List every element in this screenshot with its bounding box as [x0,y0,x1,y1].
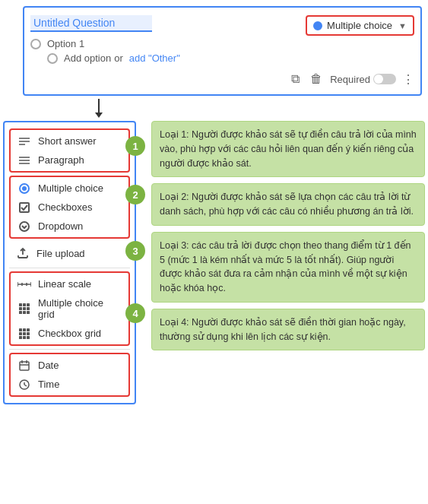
or-text: or [114,52,123,64]
toggle-switch[interactable] [373,74,396,84]
checkbox-grid-label: Checkbox grid [38,328,101,339]
type-selector[interactable]: Multiple choice ▼ [306,15,414,36]
svg-rect-27 [23,328,26,331]
delete-icon[interactable]: 🗑 [309,71,324,87]
dropdown-icon [17,221,32,232]
add-option-radio [47,53,58,64]
info-box-4: Loại 4: Người được khảo sát sẽ điền thời… [151,309,425,351]
toggle-dot [374,74,383,84]
type-short-answer[interactable]: Short answer [11,132,128,151]
divider2 [9,349,130,350]
info-box-1: Loại 1: Người được khảo sát sẽ tự điền c… [151,121,425,177]
linear-scale-label: Linear scale [38,278,91,290]
svg-rect-24 [23,311,26,314]
divider [9,268,130,268]
group4: Date Time [9,353,130,397]
svg-rect-20 [19,307,22,310]
svg-rect-32 [19,336,22,339]
type-file-upload[interactable]: File upload [9,243,130,263]
svg-rect-31 [27,332,30,335]
checkbox-grid-icon [17,328,32,339]
form-preview: Untitled Question Option 1 Add option or… [23,6,422,96]
svg-rect-34 [27,336,30,339]
group2: Multiple choice Checkboxes Dropdown [9,176,130,239]
chevron-down-icon: ▼ [398,21,407,30]
svg-rect-10 [20,203,29,212]
badge-2: 2 [125,185,145,204]
info-box-3: Loại 3: các câu trả lời được chọn theo t… [151,232,425,303]
group3: Linear scale Multiple [9,271,130,346]
svg-rect-28 [27,328,30,331]
type-multiple-choice[interactable]: Multiple choice [11,179,128,198]
info-text-4: Loại 4: Người được khảo sát sẽ điền thời… [160,317,406,342]
required-label: Required [330,74,370,85]
type-time[interactable]: Time [11,375,128,394]
section-icon[interactable]: ≡ [423,140,428,161]
right-content: Loại 1: Người được khảo sát sẽ tự điền c… [151,121,425,404]
required-toggle: Required [330,74,396,85]
text-icon[interactable]: T [423,62,428,84]
option-radio-icon [30,39,41,49]
dropdown-label: Dropdown [38,220,83,232]
multiple-choice-icon [17,183,32,194]
date-label: Date [38,360,59,371]
info-text-2: Loại 2: Người được khảo sát sẽ lựa chọn … [160,192,414,217]
add-icon[interactable]: ＋ [423,11,428,32]
svg-line-41 [24,385,27,386]
svg-rect-26 [19,328,22,331]
short-answer-label: Short answer [38,135,97,147]
question-title[interactable]: Untitled Question [30,15,152,32]
badge-3: 3 [125,241,145,261]
checkboxes-icon [17,202,32,213]
file-upload-icon [15,247,30,259]
badge-4: 4 [125,303,145,323]
svg-point-11 [20,222,29,231]
option-label: Option 1 [47,38,84,49]
svg-rect-23 [19,311,22,314]
option-item: Option 1 [30,38,298,49]
form-footer: ⧉ 🗑 Required ⋮ [30,71,414,87]
linear-scale-icon [17,281,32,288]
mc-grid-label: Multiple choice grid [38,297,122,320]
mc-grid-icon [17,303,32,314]
add-option-row: Add option or add "Other" [47,52,298,64]
file-upload-label: File upload [36,248,85,259]
add-other-link[interactable]: add "Other" [129,52,180,64]
add-option-label[interactable]: Add option [64,52,111,64]
type-dropdown[interactable]: Dropdown [11,217,128,236]
import-icon[interactable]: 📄 [423,36,428,58]
svg-marker-1 [95,113,103,118]
type-checkboxes[interactable]: Checkboxes [11,198,128,217]
svg-rect-33 [23,336,26,339]
options-list: Option 1 Add option or add "Other" [30,38,298,64]
date-icon [17,360,32,371]
type-mc-grid[interactable]: Multiple choice grid [11,293,128,324]
type-paragraph[interactable]: Paragraph [11,151,128,170]
right-sidebar: ＋ 📄 T 🖼 ▶ ≡ [420,8,428,164]
time-label: Time [38,379,59,390]
info-text-3: Loại 3: các câu trả lời được chọn theo t… [160,240,411,293]
info-text-1: Loại 1: Người được khảo sát sẽ tự điền c… [160,129,417,169]
svg-rect-35 [20,362,29,370]
more-options-icon[interactable]: ⋮ [402,72,414,87]
group1: Short answer Paragraph [9,128,130,173]
svg-rect-17 [19,303,22,306]
type-checkbox-grid[interactable]: Checkbox grid [11,324,128,343]
badge-1: 1 [125,136,145,156]
svg-rect-21 [23,307,26,310]
type-label: Multiple choice [327,20,392,31]
checkboxes-label: Checkboxes [38,201,93,213]
arrow-svg [53,99,144,118]
type-date[interactable]: Date [11,356,128,375]
svg-rect-30 [23,332,26,335]
file-upload-section: File upload [9,242,130,265]
paragraph-label: Paragraph [38,154,84,166]
multiple-choice-label: Multiple choice [38,182,103,194]
svg-rect-22 [27,307,30,310]
info-box-2: Loại 2: Người được khảo sát sẽ lựa chọn … [151,183,425,226]
svg-point-9 [22,186,27,191]
paragraph-icon [17,155,32,166]
short-answer-icon [17,136,32,147]
type-linear-scale[interactable]: Linear scale [11,274,128,293]
copy-icon[interactable]: ⧉ [287,71,303,87]
